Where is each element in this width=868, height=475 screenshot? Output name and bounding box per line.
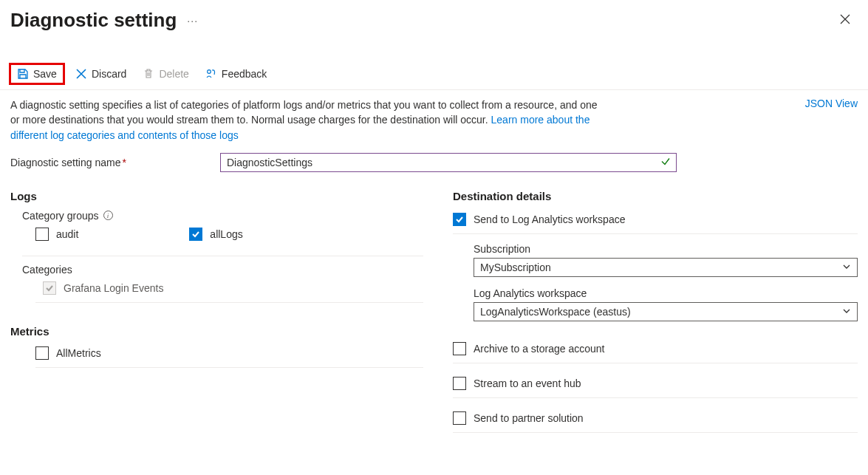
workspace-label: Log Analytics workspace [474,287,858,299]
audit-label: audit [56,228,78,240]
workspace-select[interactable]: LogAnalyticsWorkspace (eastus) [474,302,858,321]
setting-name-input[interactable] [220,153,677,172]
feedback-button[interactable]: Feedback [199,64,273,83]
chevron-down-icon [842,306,851,318]
subscription-value: MySubscription [480,262,551,273]
subscription-label: Subscription [474,243,858,255]
validation-check-icon [660,156,671,168]
allmetrics-label: AllMetrics [56,347,101,359]
grafana-events-checkbox [43,281,56,295]
send-partner-label: Send to partner solution [474,412,584,424]
required-indicator: * [122,157,126,168]
send-partner-checkbox[interactable] [453,411,466,425]
close-button[interactable] [837,10,853,31]
metrics-section-title: Metrics [10,325,423,338]
discard-icon [75,68,87,80]
svg-point-0 [208,70,211,74]
delete-icon [143,68,154,80]
archive-storage-label: Archive to a storage account [474,343,604,355]
categories-label: Categories [22,264,72,276]
category-groups-label: Category groups [22,210,99,222]
feedback-icon [205,68,217,80]
subscription-select[interactable]: MySubscription [474,258,858,277]
destination-section-title: Destination details [453,190,858,202]
description-text: A diagnostic setting specifies a list of… [10,98,601,143]
discard-button[interactable]: Discard [69,64,132,83]
save-icon [17,68,29,80]
alllogs-label: allLogs [210,228,242,240]
allmetrics-checkbox[interactable] [35,346,49,360]
send-log-analytics-checkbox[interactable] [453,213,466,226]
stream-eventhub-label: Stream to an event hub [474,377,581,389]
discard-label: Discard [92,68,126,80]
page-title: Diagnostic setting [10,9,177,32]
logs-section-title: Logs [10,190,423,202]
archive-storage-checkbox[interactable] [453,342,466,355]
chevron-down-icon [842,262,851,273]
more-actions[interactable]: ··· [187,15,198,27]
info-icon[interactable]: i [103,211,113,220]
json-view-link[interactable]: JSON View [796,98,858,109]
save-button[interactable]: Save [9,63,65,85]
delete-button: Delete [137,64,194,83]
grafana-events-label: Grafana Login Events [64,282,163,294]
audit-checkbox[interactable] [35,228,49,241]
alllogs-checkbox[interactable] [189,228,202,241]
save-label: Save [33,68,57,80]
stream-eventhub-checkbox[interactable] [453,377,466,390]
feedback-label: Feedback [222,68,267,80]
setting-name-label: Diagnostic setting name* [10,157,213,168]
send-log-analytics-label: Send to Log Analytics workspace [474,213,625,225]
close-icon [840,14,850,24]
delete-label: Delete [159,68,188,80]
workspace-value: LogAnalyticsWorkspace (eastus) [480,306,631,318]
